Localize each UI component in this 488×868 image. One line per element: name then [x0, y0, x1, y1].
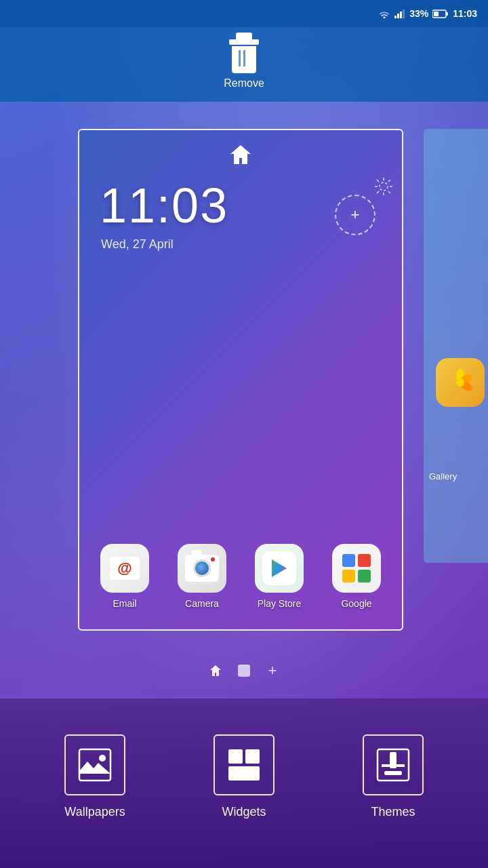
- svg-rect-2: [400, 12, 402, 18]
- svg-rect-3: [403, 9, 405, 18]
- gallery-app-item[interactable]: Gallery: [429, 467, 457, 481]
- email-label: Email: [113, 598, 136, 609]
- email-at-symbol: @: [117, 559, 131, 577]
- trash-icon: [229, 39, 259, 73]
- widgets-item[interactable]: Widgets: [183, 734, 305, 819]
- remove-bar[interactable]: Remove: [0, 27, 488, 102]
- widgets-label: Widgets: [222, 805, 266, 819]
- svg-rect-23: [228, 749, 243, 764]
- weather-widget[interactable]: +: [325, 184, 386, 245]
- app-item-playstore[interactable]: Play Store: [245, 544, 313, 609]
- weather-plus-icon: +: [351, 208, 360, 222]
- home-indicator-icon: [209, 664, 222, 677]
- current-page-indicator[interactable]: [237, 663, 251, 678]
- google-icon-inner: [340, 551, 373, 585]
- gallery-flower-icon: [447, 369, 474, 396]
- svg-rect-6: [434, 12, 439, 16]
- add-page-icon: +: [268, 662, 277, 679]
- app-item-email[interactable]: @ Email: [91, 544, 159, 609]
- wallpapers-svg: [77, 747, 113, 783]
- app-item-camera[interactable]: Camera: [168, 544, 236, 609]
- status-icons: 33% 11:03: [378, 8, 477, 19]
- status-time: 11:03: [453, 8, 477, 19]
- playstore-icon-inner: [262, 551, 296, 585]
- play-triangle-svg: [268, 557, 291, 580]
- wallpapers-item[interactable]: Wallpapers: [34, 734, 156, 819]
- bottom-bar: Wallpapers Widgets Themes: [0, 698, 488, 868]
- weather-add-circle: +: [335, 195, 375, 235]
- google-cell-red: [358, 554, 371, 567]
- svg-rect-0: [394, 16, 396, 18]
- home-card-time: 11:03: [100, 178, 228, 233]
- google-icon: [332, 544, 381, 593]
- svg-line-13: [388, 191, 390, 193]
- google-label: Google: [341, 598, 371, 609]
- svg-point-20: [456, 378, 464, 387]
- svg-rect-21: [79, 749, 110, 781]
- svg-rect-5: [446, 12, 448, 16]
- svg-point-7: [380, 182, 388, 191]
- google-cell-blue: [342, 554, 355, 567]
- themes-icon: [363, 734, 424, 795]
- battery-icon: [432, 9, 449, 18]
- wallpapers-icon: [64, 734, 125, 795]
- camera-bump: [192, 550, 201, 555]
- home-card-date: Wed, 27 April: [101, 237, 174, 252]
- wallpapers-label: Wallpapers: [64, 805, 125, 819]
- svg-rect-1: [397, 14, 399, 18]
- widgets-icon: [214, 734, 274, 795]
- google-cell-green: [358, 570, 371, 583]
- svg-rect-24: [245, 749, 260, 764]
- playstore-label: Play Store: [258, 598, 302, 609]
- svg-rect-25: [228, 766, 260, 781]
- weather-sun-icon: [373, 176, 394, 197]
- playstore-icon: [255, 544, 304, 593]
- google-cell-yellow: [342, 570, 355, 583]
- svg-rect-27: [384, 771, 402, 775]
- gallery-icon: [436, 358, 485, 407]
- home-screen-card[interactable]: 11:03 Wed, 27 April +: [78, 129, 403, 631]
- email-icon: @: [100, 544, 149, 593]
- svg-line-14: [388, 180, 390, 182]
- svg-line-15: [377, 191, 379, 193]
- camera-label: Camera: [185, 598, 219, 609]
- status-bar: 33% 11:03: [0, 0, 488, 27]
- remove-label: Remove: [224, 77, 264, 90]
- home-icon: [228, 142, 253, 172]
- themes-svg: [375, 747, 411, 783]
- add-page-indicator[interactable]: +: [265, 663, 280, 678]
- wifi-icon: [378, 9, 390, 18]
- app-icons-row: @ Email Camera: [86, 544, 395, 609]
- themes-label: Themes: [371, 805, 415, 819]
- svg-line-12: [377, 180, 379, 182]
- widgets-svg: [226, 747, 262, 783]
- trash-body: [232, 46, 256, 73]
- email-icon-inner: @: [110, 557, 140, 580]
- battery-percent: 33%: [409, 8, 428, 19]
- signal-icon: [394, 9, 405, 18]
- svg-point-22: [99, 755, 106, 762]
- svg-rect-29: [382, 764, 405, 767]
- app-item-google[interactable]: Google: [323, 544, 390, 609]
- gallery-label: Gallery: [429, 471, 457, 481]
- camera-icon-inner: [185, 555, 219, 582]
- home-page-indicator[interactable]: [208, 663, 223, 678]
- camera-dot: [211, 557, 215, 561]
- svg-marker-16: [272, 559, 287, 577]
- side-screen-card: Gallery: [424, 129, 488, 563]
- square-indicator: [238, 665, 250, 677]
- trash-lid: [229, 39, 259, 45]
- themes-item[interactable]: Themes: [332, 734, 454, 819]
- camera-icon: [178, 544, 226, 593]
- page-indicators: +: [0, 663, 488, 678]
- camera-lens: [193, 559, 211, 577]
